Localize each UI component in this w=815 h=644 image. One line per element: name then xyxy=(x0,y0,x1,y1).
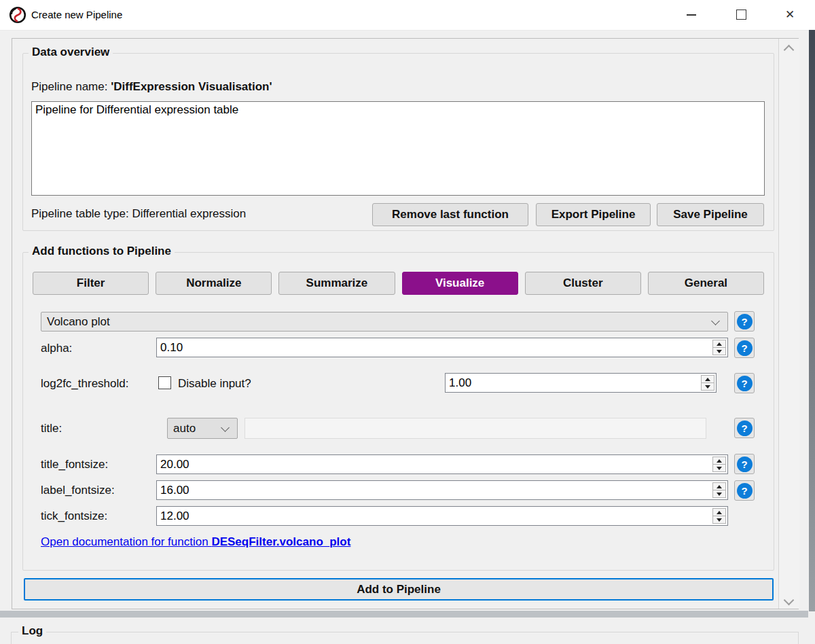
alpha-input[interactable] xyxy=(157,338,712,357)
param-label-title-fontsize: title_fontsize: xyxy=(41,458,108,471)
title-text-input xyxy=(244,418,706,439)
log2fc-spin-buttons xyxy=(701,375,714,391)
spin-up-button[interactable] xyxy=(702,376,714,382)
tab-summarize[interactable]: Summarize xyxy=(278,272,395,295)
title-fontsize-spinbox xyxy=(156,454,728,474)
tick-fontsize-spin-buttons xyxy=(712,508,726,524)
param-label-tick-fontsize: tick_fontsize: xyxy=(41,509,107,523)
pipeline-description-input[interactable]: Pipeline for Differential expression tab… xyxy=(31,101,765,196)
splitter-handle[interactable] xyxy=(0,611,808,618)
window-title: Create new Pipeline xyxy=(31,0,122,30)
help-icon: ? xyxy=(737,340,753,356)
help-icon: ? xyxy=(737,457,753,472)
help-button-title-fontsize[interactable]: ? xyxy=(734,454,755,474)
tab-visualize[interactable]: Visualize xyxy=(402,272,518,295)
pipeline-name-prefix: Pipeline name: xyxy=(31,80,111,93)
save-pipeline-button[interactable]: Save Pipeline xyxy=(657,203,764,226)
tab-cluster[interactable]: Cluster xyxy=(525,272,641,295)
pipeline-name-label: Pipeline name: 'DiffExpression Visualisa… xyxy=(31,80,272,94)
titlebar: Create new Pipeline ✕ xyxy=(0,0,815,31)
label-fontsize-input[interactable] xyxy=(157,481,712,499)
help-button-function[interactable]: ? xyxy=(734,311,755,332)
title-mode-dropdown[interactable]: auto xyxy=(167,418,238,439)
spin-down-icon xyxy=(717,467,722,470)
spin-up-icon xyxy=(717,485,722,488)
function-category-tabs: Filter Normalize Summarize Visualize Clu… xyxy=(33,272,764,295)
title-fontsize-input[interactable] xyxy=(157,455,712,473)
param-label-title: title: xyxy=(41,422,62,435)
spin-down-button[interactable] xyxy=(713,464,725,471)
title-fontsize-spin-buttons xyxy=(712,457,726,472)
minimize-button[interactable] xyxy=(676,0,707,29)
disable-input-label: Disable input? xyxy=(178,377,251,391)
param-label-log2fc-threshold: log2fc_threshold: xyxy=(41,377,128,391)
spin-down-icon xyxy=(717,518,722,522)
label-fontsize-spin-buttons xyxy=(712,482,726,498)
documentation-link[interactable]: Open documentation for function DESeqFil… xyxy=(41,535,350,549)
spin-up-button[interactable] xyxy=(713,509,725,516)
doc-link-prefix: Open documentation for function xyxy=(41,535,211,548)
window-edge xyxy=(809,30,815,611)
spin-down-icon xyxy=(717,493,722,496)
spin-up-icon xyxy=(717,511,722,514)
spin-down-button[interactable] xyxy=(713,490,725,497)
minimize-icon xyxy=(687,14,696,16)
tick-fontsize-spinbox xyxy=(156,506,728,526)
help-button-title[interactable]: ? xyxy=(734,418,755,438)
log-group: Log xyxy=(11,632,799,644)
help-button-log2fc-threshold[interactable]: ? xyxy=(734,373,755,393)
spin-down-button[interactable] xyxy=(713,516,725,523)
spin-down-icon xyxy=(717,350,722,353)
tick-fontsize-input[interactable] xyxy=(157,507,712,525)
spin-up-button[interactable] xyxy=(713,483,725,490)
function-select-dropdown[interactable]: Volcano plot xyxy=(41,312,728,332)
spin-down-icon xyxy=(705,385,710,389)
maximize-icon xyxy=(736,10,746,20)
vertical-scrollbar[interactable] xyxy=(778,39,799,609)
help-button-label-fontsize[interactable]: ? xyxy=(734,480,755,501)
spin-up-button[interactable] xyxy=(713,457,725,464)
log2fc-threshold-input[interactable] xyxy=(446,374,701,392)
spin-down-button[interactable] xyxy=(713,347,725,355)
spin-down-button[interactable] xyxy=(702,382,714,390)
param-label-label-fontsize: label_fontsize: xyxy=(41,484,115,497)
add-to-pipeline-button[interactable]: Add to Pipeline xyxy=(24,578,774,601)
pipeline-table-type-label: Pipeline table type: Differential expres… xyxy=(31,207,246,221)
app-logo-icon xyxy=(9,6,26,24)
function-select-value: Volcano plot xyxy=(41,315,712,329)
chevron-down-icon xyxy=(221,423,230,432)
alpha-spin-buttons xyxy=(712,340,726,355)
tab-filter[interactable]: Filter xyxy=(33,272,149,295)
doc-link-function-name: DESeqFilter.volcano_plot xyxy=(211,535,350,548)
title-mode-value: auto xyxy=(168,422,222,435)
label-fontsize-spinbox xyxy=(156,480,728,500)
spin-up-icon xyxy=(717,459,722,463)
spin-up-icon xyxy=(717,342,722,346)
alpha-spinbox xyxy=(156,338,728,357)
spin-up-button[interactable] xyxy=(713,340,725,347)
data-overview-title: Data overview xyxy=(29,46,113,59)
disable-input-checkbox[interactable] xyxy=(158,376,171,389)
tab-normalize[interactable]: Normalize xyxy=(156,272,272,295)
export-pipeline-button[interactable]: Export Pipeline xyxy=(536,203,651,226)
spin-up-icon xyxy=(705,378,710,381)
close-button[interactable]: ✕ xyxy=(774,0,805,29)
chevron-down-icon xyxy=(711,317,720,325)
help-icon: ? xyxy=(737,421,753,436)
create-pipeline-window: { "window": { "title": "Create new Pipel… xyxy=(0,0,815,644)
log-title: Log xyxy=(18,624,46,638)
help-icon: ? xyxy=(737,314,753,329)
add-functions-title: Add functions to Pipeline xyxy=(29,245,175,258)
maximize-button[interactable] xyxy=(725,0,757,29)
help-icon: ? xyxy=(737,376,753,391)
pipeline-name-value: 'DiffExpression Visualisation' xyxy=(111,80,272,93)
param-label-alpha: alpha: xyxy=(41,342,72,355)
help-button-alpha[interactable]: ? xyxy=(734,338,755,358)
help-icon: ? xyxy=(737,483,753,499)
remove-last-function-button[interactable]: Remove last function xyxy=(372,203,528,226)
close-icon: ✕ xyxy=(785,9,795,20)
log2fc-threshold-spinbox xyxy=(445,373,717,393)
tab-general[interactable]: General xyxy=(648,272,764,295)
